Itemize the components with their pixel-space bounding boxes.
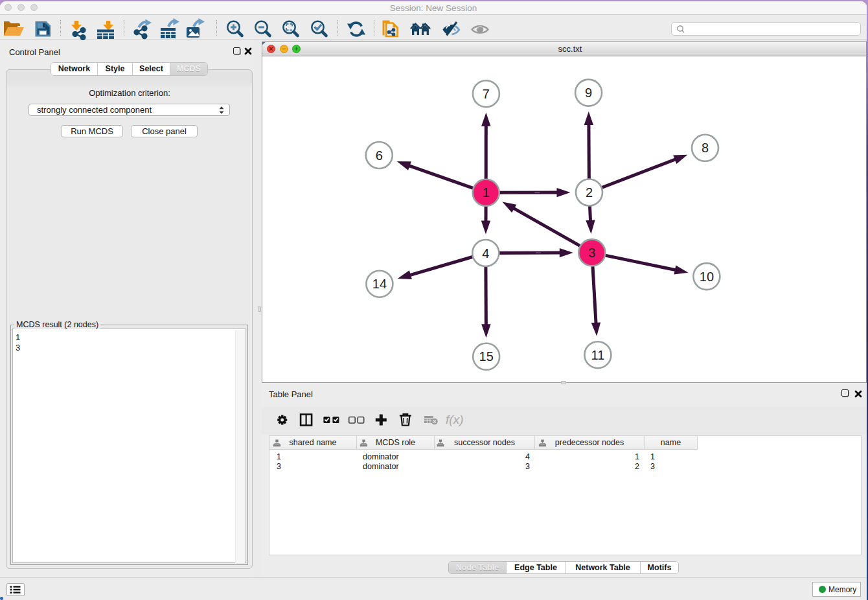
- svg-text:15: 15: [479, 349, 494, 363]
- svg-text:7: 7: [483, 87, 490, 101]
- svg-text:8: 8: [702, 141, 709, 155]
- svg-text:14: 14: [372, 277, 387, 291]
- svg-text:11: 11: [591, 348, 605, 362]
- svg-text:9: 9: [585, 86, 592, 100]
- svg-text:10: 10: [700, 270, 714, 284]
- svg-text:f(x): f(x): [446, 413, 463, 426]
- svg-text:2: 2: [586, 185, 593, 200]
- svg-text:6: 6: [376, 148, 383, 163]
- svg-text:1: 1: [483, 185, 490, 200]
- svg-text:3: 3: [588, 246, 595, 260]
- svg-text:4: 4: [482, 246, 489, 260]
